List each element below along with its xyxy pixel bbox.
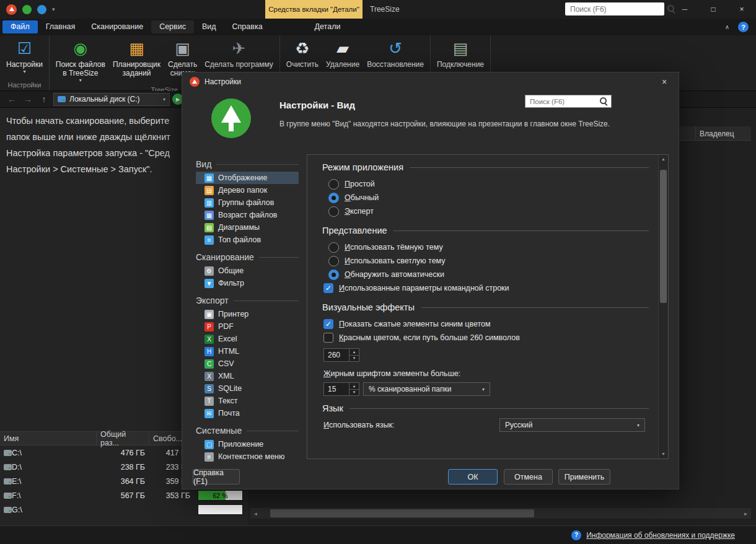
ribbon-button[interactable]: ◉ Поиск файлов в TreeSize ▾ [52,37,109,85]
column-header-owner[interactable]: Владелец [695,126,751,141]
settings-category[interactable]: C CSV [196,358,299,370]
settings-category[interactable]: S SQLite [196,382,299,395]
scroll-right-icon[interactable]: ▸ [741,511,751,517]
bold-unit-dropdown[interactable]: % сканированной папки ▾ [363,382,490,396]
settings-category[interactable]: ▥ Группы файлов [196,196,299,209]
titlebar-search-input[interactable] [569,4,667,14]
dialog-search-input[interactable] [529,97,600,106]
settings-category[interactable]: ▼ Фильтр [196,277,299,289]
path-length-value[interactable]: 260 [324,349,349,361]
cancel-button[interactable]: Отмена [504,469,553,485]
quick-access-icon-2[interactable] [37,5,46,14]
settings-category[interactable]: ▦ Возраст файлов [196,209,299,221]
back-icon[interactable]: ← [5,94,19,104]
scrollbar-thumb[interactable] [660,170,667,303]
radio-icon[interactable] [328,256,339,266]
settings-category[interactable]: X XML [196,370,299,382]
settings-category[interactable]: ▦ Отображение [196,172,299,184]
checkbox-option[interactable]: Красным цветом, если путь больше 260 сим… [323,331,649,344]
stepper-down-icon[interactable]: ▾ [349,390,359,396]
close-button[interactable]: × [727,0,756,19]
settings-category[interactable]: ⚙ Общие [196,265,299,277]
settings-category[interactable]: ≡ Топ файлов [196,234,299,246]
radio-icon[interactable] [328,206,339,217]
scrollbar-track[interactable] [261,508,741,519]
stepper-up-icon[interactable]: ▴ [349,383,359,390]
radio-icon[interactable] [328,193,339,203]
path-selector[interactable]: Локальный диск (C:) ▾ [53,93,170,106]
radio-option[interactable]: Использовать светлую тему [328,254,649,268]
forward-icon[interactable]: → [21,94,35,104]
bold-threshold-value[interactable]: 15 [324,383,349,395]
ribbon-button[interactable]: ▰ Удаление ▾ [322,37,363,71]
chevron-down-icon[interactable]: ▾ [163,97,165,102]
settings-category[interactable]: P PDF [196,320,299,333]
quick-access-caret-icon[interactable]: ▾ [52,6,55,12]
settings-category[interactable]: ▤ Дерево папок [196,184,299,196]
path-length-stepper[interactable]: 260 ▴ ▾ [323,348,359,362]
settings-category[interactable]: ▣ Принтер [196,308,299,320]
quick-access-icon-1[interactable] [22,5,32,14]
scroll-up-icon[interactable]: ▴ [659,155,668,164]
scroll-down-icon[interactable]: ▾ [659,450,668,458]
radio-icon[interactable] [328,242,339,253]
ribbon-button[interactable]: ↺ Восстановление ▾ [363,37,428,71]
settings-category[interactable]: ✉ Почта [196,407,299,419]
menu-tab[interactable]: Справка [224,20,271,33]
menu-tab[interactable]: Вид [194,20,224,33]
drive-row[interactable]: F:\ 567 ГБ 353 ГБ 62 % [0,488,248,502]
radio-option[interactable]: Простой [328,177,649,191]
ribbon-button[interactable]: ✈ Сделать программу ▾ [201,37,277,71]
ok-button[interactable]: ОК [448,469,498,485]
update-info-link[interactable]: Информация об обновлениях и поддержке [586,531,735,540]
radio-option[interactable]: Использовать тёмную тему [328,240,649,254]
ribbon-button[interactable]: ♻ Очистить ▾ [283,37,322,71]
settings-category[interactable]: X Excel [196,333,299,345]
ribbon-button[interactable]: ☑ Настройки ▾ [2,37,46,76]
settings-category[interactable]: ▧ Диаграммы [196,221,299,234]
checkbox-icon[interactable] [323,319,333,329]
menu-tab[interactable]: Сканирование [83,20,151,33]
column-header-total-size[interactable]: Общий раз... [96,432,149,445]
apply-button[interactable]: Применить [558,469,610,485]
radio-icon[interactable] [328,179,339,190]
radio-option[interactable]: Эксперт [328,204,649,218]
checkbox-icon[interactable] [323,283,333,293]
settings-category[interactable]: ▢ Приложение [196,438,299,450]
menu-tab[interactable]: Файл [2,20,38,33]
settings-category[interactable]: H HTML [196,345,299,358]
up-icon[interactable]: ↑ [37,94,51,104]
collapse-ribbon-icon[interactable]: ∧ [725,24,729,30]
column-header-name[interactable]: Имя [0,432,96,445]
ribbon-button[interactable]: ▦ Планировщик заданий ▾ [109,37,164,79]
checkbox-icon[interactable] [323,333,333,343]
settings-category[interactable]: T Текст [196,395,299,407]
language-dropdown[interactable]: Русский ▾ [499,418,645,432]
bold-threshold-stepper[interactable]: 15 ▴ ▾ [323,382,359,396]
minimize-button[interactable]: ─ [670,0,699,19]
settings-category-label: PDF [218,322,234,331]
horizontal-scrollbar[interactable]: ◂ ▸ [250,508,751,519]
menu-tab[interactable]: Главная [38,20,84,33]
stepper-up-icon[interactable]: ▴ [349,349,359,356]
titlebar-search[interactable] [565,2,664,15]
dialog-search[interactable] [525,95,612,108]
scrollbar-thumb[interactable] [270,509,534,517]
help-icon[interactable]: ? [738,22,749,32]
stepper-down-icon[interactable]: ▾ [349,356,359,362]
checkbox-option[interactable]: Показать сжатые элементы синим цветом [323,317,649,331]
radio-icon[interactable] [328,270,339,280]
scroll-left-icon[interactable]: ◂ [250,511,261,517]
dialog-close-button[interactable]: × [650,72,679,91]
radio-option[interactable]: Обнаружить автоматически [328,268,649,281]
drive-row[interactable]: G:\ [0,502,248,517]
radio-option[interactable]: Обычный [328,191,649,204]
maximize-button[interactable]: □ [699,0,727,19]
checkbox-option[interactable]: Использованные параметры командной строк… [323,281,649,295]
menu-tab[interactable]: Детали [307,20,349,33]
help-button[interactable]: Справка (F1) [193,469,240,485]
settings-category[interactable]: ≡ Контекстное меню [196,450,299,463]
menu-tab[interactable]: Сервис [151,20,194,33]
dialog-vertical-scrollbar[interactable]: ▴ ▾ [658,155,668,458]
ribbon-button[interactable]: ▤ Подключение ▾ [433,37,488,71]
